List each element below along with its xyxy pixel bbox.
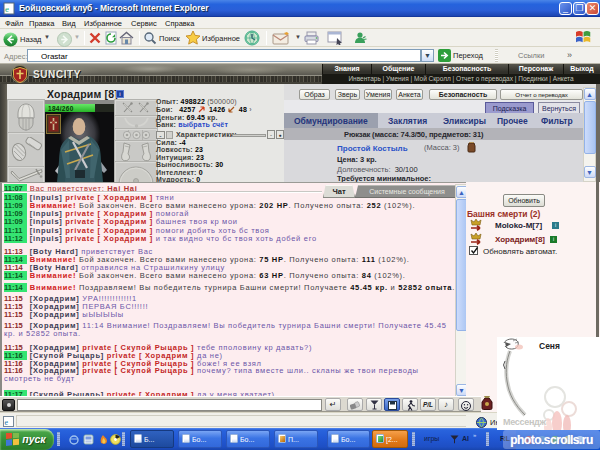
svg-text:e: e xyxy=(5,4,9,14)
svg-text:e: e xyxy=(5,418,9,427)
